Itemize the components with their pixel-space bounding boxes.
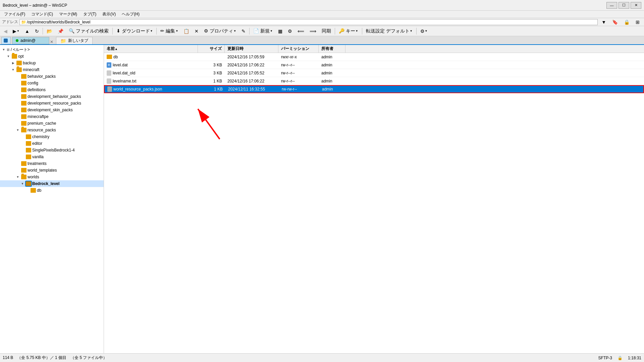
tree-toggle-minecraft[interactable]: ▼ [11,68,15,71]
copy-button[interactable]: 📋 [181,27,192,35]
tree-label-minecraft: minecraft [23,67,39,72]
session-tab[interactable]: admin@ [12,37,49,44]
key-button[interactable]: 🔑 キー ▼ [336,27,361,35]
properties-button[interactable]: ⚙ プロパティ ▼ [202,27,238,35]
refresh2-button[interactable]: ⚙ ▼ [418,27,430,35]
tree-toggle-bedrock-level[interactable]: ▼ [20,182,25,185]
tree-item-worlds[interactable]: ▼ worlds [0,174,104,180]
separator-1 [43,28,43,35]
tree-item-minecraft[interactable]: ▼ minecraft [0,66,104,73]
back-button[interactable]: ◀ [1,27,10,35]
new-tab-icon: 📁 [60,38,66,44]
tree-item-opt[interactable]: ▼ opt [0,53,104,60]
tree-item-backup[interactable]: ▶ backup [0,60,104,66]
col-header-owner[interactable]: 所有者 [319,45,345,53]
new-tab-button[interactable]: 📁 新しいタブ [56,37,93,44]
file-row-world-resource-packs[interactable]: world_resource_packs.json 1 KB 2024/12/1… [104,85,644,93]
new-button[interactable]: 📄 新規 ▼ [251,27,275,35]
tree-toggle-worlds[interactable]: ▼ [15,175,20,179]
tree-toggle-root[interactable]: ▼ [1,48,6,51]
file-row-levelname-txt[interactable]: levelname.txt 1 KB 2024/12/16 17:06:22 r… [104,77,644,85]
tree-item-config[interactable]: config [0,80,104,86]
separator-3 [156,28,157,35]
session-tab-label: admin@ [20,38,46,43]
menu-tab[interactable]: タブ(T) [80,11,99,18]
sync-left-button[interactable]: ⟸ [295,27,307,35]
file-row-level-dat-old[interactable]: level.dat_old 3 KB 2024/12/16 17:05:52 r… [104,69,644,77]
tabs-bar: admin@ ✕ 📁 新しいタブ [0,36,644,45]
maximize-button[interactable]: ☐ [619,2,629,9]
delete-button[interactable]: ✕ [192,27,201,35]
refresh-button[interactable]: ↻ [33,27,41,35]
tree-item-premium-cache[interactable]: premium_cache [0,120,104,127]
tree-toggle-opt[interactable]: ▼ [6,55,11,58]
tree-item-world-templates[interactable]: world_templates [0,167,104,174]
col-header-date[interactable]: 更新日時 [225,45,278,53]
tree-item-resource-packs[interactable]: ▼ resource_packs [0,127,104,133]
file-name-world-resource-packs: world_resource_packs.json [113,87,162,92]
tree-item-dev-behavior-packs[interactable]: development_behavior_packs [0,93,104,100]
address-label: アドレス [2,19,18,25]
root-icon: 🖥 [6,48,10,52]
tree-toggle-backup[interactable]: ▶ [11,61,15,65]
file-size-world-resource-packs: 1 KB [199,87,225,92]
tree-label-dev-resource-packs: development_resource_packs [28,101,81,106]
tree-folder-minecraft [16,67,22,72]
forward-button[interactable]: ▶ ▼ [10,27,22,35]
menu-file[interactable]: ファイル(F) [1,11,28,18]
tree-item-behavior-packs[interactable]: behavior_packs [0,73,104,80]
sync-right-button[interactable]: ⟹ [307,27,319,35]
menu-command[interactable]: コマンド(C) [29,11,56,18]
tree-item-singlepixels[interactable]: SinglePixelsBedrock1-4 [0,147,104,154]
bookmark-dir-button[interactable]: 📌 [55,27,66,35]
address-split-button[interactable]: ⊞ [633,18,642,26]
new-icon-1[interactable]: ▦ [276,27,285,35]
tree-item-dev-skin-packs[interactable]: development_skin_packs [0,107,104,113]
file-row-level-dat[interactable]: D level.dat 3 KB 2024/12/16 17:06:22 rw-… [104,61,644,69]
col-header-size[interactable]: サイズ [198,45,225,53]
tree-label-worlds: worlds [28,175,39,179]
main-area: ▼ 🖥 / <ルート> ▼ opt ▶ backup ▼ minecraft b… [0,45,644,353]
session-tab-close[interactable]: ✕ [50,40,53,44]
tree-item-chemistry[interactable]: chemistry [0,133,104,140]
file-row-db[interactable]: db 2024/12/16 17:05:59 rwxr-xr-x admin [104,53,644,61]
col-header-name[interactable]: 名前 ▲ [104,45,198,53]
tree-item-bedrock-level[interactable]: ▼ Bedrock_level [0,180,104,187]
sync-button[interactable]: 同期 [319,27,333,35]
tree-item-db-child[interactable]: db [0,187,104,194]
menu-view[interactable]: 表示(V) [100,11,118,18]
tree-item-root[interactable]: ▼ 🖥 / <ルート> [0,46,104,53]
address-bookmark-button[interactable]: 🔖 [610,18,620,26]
close-button[interactable]: ✕ [631,2,641,9]
tree-folder-dev-resource-packs [21,101,26,106]
download-button[interactable]: ⬇ ダウンロード ▼ [114,27,155,35]
address-lock-button[interactable]: 🔒 [622,18,632,26]
open-dir-button[interactable]: 📂 [44,27,55,35]
tree-item-treatments[interactable]: treatments [0,160,104,167]
menu-mark[interactable]: マーク(M) [56,11,80,18]
address-go-button[interactable]: ▼ [599,18,608,26]
tree-item-editor[interactable]: editor [0,140,104,147]
address-path-text: /opt/minecraft/worlds/Bedrock_level [27,20,90,24]
file-owner-levelname-txt: admin [319,79,345,83]
transfer-settings-button[interactable]: 転送設定 デフォルト ▼ [364,27,415,35]
address-path-input[interactable]: 📁 /opt/minecraft/worlds/Bedrock_level [19,19,598,25]
tree-item-minecraftpe[interactable]: minecraftpe [0,113,104,120]
menu-help[interactable]: ヘルプ(H) [119,11,142,18]
tree-folder-singlepixels [26,148,31,153]
new-icon-2[interactable]: ⚙ [285,27,294,35]
col-header-perm[interactable]: パーミッション [278,45,319,53]
edit-button[interactable]: ✏ 編集 ▼ [158,27,180,35]
tree-item-dev-resource-packs[interactable]: development_resource_packs [0,100,104,107]
window-controls: — ☐ ✕ [606,2,641,9]
minimize-button[interactable]: — [606,2,617,9]
tree-toggle-resource-packs[interactable]: ▼ [15,128,20,132]
file-name-level-dat: level.dat [113,63,128,67]
rename-button[interactable]: ✎ [239,27,248,35]
file-search-button[interactable]: 🔍 ファイルの検索 [66,27,111,35]
up-button[interactable]: ▲ [22,27,32,35]
tree-item-vanilla[interactable]: vanilla [0,154,104,160]
tree-item-definitions[interactable]: definitions [0,86,104,93]
nav-toolbar: ◀ ▶ ▼ ▲ ↻ 📂 📌 🔍 ファイルの検索 ⬇ ダウンロード ▼ ✏ 編集 … [0,26,644,36]
file-panel: 名前 ▲ サイズ 更新日時 パーミッション 所有者 db 2024/12/16 … [104,45,644,353]
